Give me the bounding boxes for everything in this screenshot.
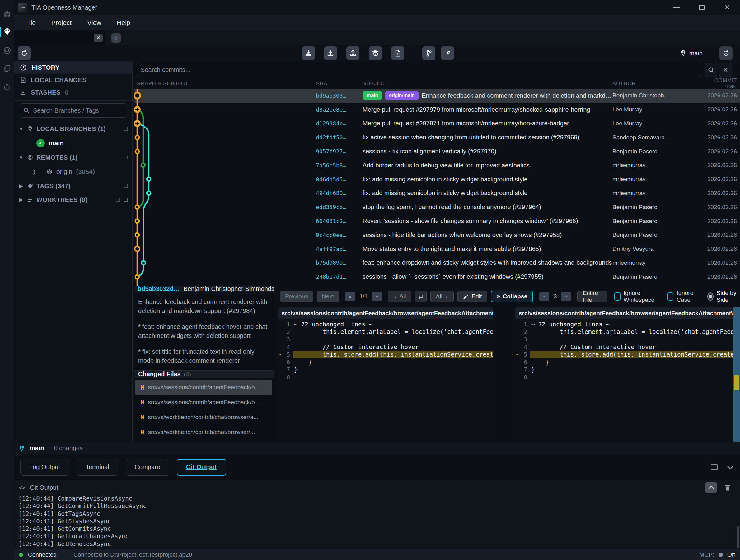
bottom-tab[interactable]: Log Output (20, 459, 69, 476)
rail-toolbox-button[interactable] (0, 80, 14, 94)
commit-sha: 4aff97ad… (316, 246, 363, 252)
nav-up-button[interactable]: ▲ (345, 291, 355, 301)
commit-search-clear-button[interactable]: ✕ (719, 63, 732, 77)
side-by-side-option[interactable]: Side by Side (707, 290, 740, 303)
context-plus-button[interactable]: + (561, 291, 571, 301)
maximize-button[interactable] (698, 3, 706, 11)
diff-scrollbar-thumb[interactable] (734, 375, 739, 390)
scroll-top-button[interactable] (705, 482, 717, 493)
previous-button[interactable]: Previous (280, 291, 313, 302)
chevron-down-icon[interactable] (727, 463, 733, 469)
bottom-tab[interactable]: Git Output (177, 459, 226, 476)
rail-home-button[interactable] (0, 7, 14, 20)
detail-sha[interactable]: bd9ab3032d… (137, 286, 180, 292)
tab-close-button[interactable]: ✕ (94, 33, 103, 42)
section-local-branches[interactable]: ▼ LOCAL BRANCHES (1) (14, 122, 132, 135)
rocket-button[interactable] (441, 46, 454, 60)
commit-row[interactable]: 494df680… fix: add missing semicolon in … (134, 186, 740, 200)
branch-item-main[interactable]: ✓ main (14, 135, 132, 151)
menu-project[interactable]: Project (51, 19, 72, 26)
commit-row[interactable]: 0d6dd5d5… fix: add missing semicolon in … (134, 172, 740, 186)
log-line: [12:40:41] GetStashesAsync (18, 518, 740, 525)
remote-item-origin[interactable]: ❯ origin (3054) (14, 164, 132, 179)
rail-copy-button[interactable] (0, 62, 14, 75)
sidebar-item-history[interactable]: HISTORY (14, 61, 132, 74)
ignore-whitespace-option[interactable]: Ignore Whitespace (614, 290, 659, 303)
ignore-case-checkbox[interactable] (667, 292, 674, 300)
commit-row[interactable]: 4aff97ad… Move status entry to the right… (134, 242, 740, 256)
close-button[interactable]: ✕ (723, 3, 731, 11)
changed-file-row[interactable]: M src/vs/sessions/contrib/agentFeedback/… (135, 380, 272, 395)
toolbar-branch-indicator[interactable]: main (680, 46, 703, 60)
section-remotes[interactable]: ▼ REMOTES (1) (14, 151, 132, 164)
commit-search-button[interactable] (705, 63, 717, 77)
stash-button[interactable] (369, 46, 382, 60)
changed-file-row[interactable]: M src/vs/workbench/contrib/chat/browser/… (135, 425, 272, 440)
current-branch-label[interactable]: main (29, 445, 44, 452)
column-author[interactable]: AUTHOR (613, 81, 704, 87)
commit-time: 2026.02.26 (704, 260, 740, 266)
project-tab[interactable]: ✕ (14, 30, 106, 45)
sidebar-item-local-changes[interactable]: LOCAL CHANGES (14, 74, 132, 86)
menu-help[interactable]: Help (117, 19, 130, 26)
minimize-button[interactable] (672, 3, 680, 11)
next-button[interactable]: Next (317, 291, 339, 302)
commit-row[interactable]: d8a2ee8e… Merge pull request #297979 fro… (134, 103, 740, 117)
pull-button[interactable] (324, 46, 337, 60)
branch-button[interactable] (422, 46, 435, 60)
swap-sides-button[interactable]: ⇄ (415, 291, 427, 302)
column-graph-subject[interactable]: GRAPH & SUBJECT (134, 81, 316, 87)
rail-target-button[interactable] (0, 43, 14, 57)
refresh-button[interactable] (18, 46, 31, 60)
section-worktrees[interactable]: ▶ WORKTREES (0) (14, 193, 132, 207)
new-tab-button[interactable]: + (111, 33, 121, 42)
commit-search[interactable] (136, 63, 700, 77)
ignore-case-option[interactable]: Ignore Case (667, 290, 699, 303)
commit-row[interactable]: 248b17d1… sessions - allow `--sessions` … (134, 270, 740, 284)
commit-row[interactable]: 9c4cc0ea… sessions - hide title bar acti… (134, 228, 740, 242)
bottom-tab[interactable]: Terminal (77, 459, 118, 476)
output-scrollbar-thumb[interactable] (737, 527, 739, 549)
edit-button[interactable]: Edit (457, 291, 487, 302)
commit-row[interactable]: b75d9899… feat: enhance dropdown and sti… (134, 256, 740, 270)
column-sha[interactable]: SHA (316, 81, 363, 87)
apply-all-left-button[interactable]: ←All (388, 291, 411, 302)
column-subject[interactable]: SUBJECT (363, 81, 613, 87)
menu-view[interactable]: View (87, 19, 101, 26)
mcp-toggle-icon[interactable] (719, 553, 723, 557)
nav-down-button[interactable]: ▼ (372, 291, 382, 301)
tags-label: TAGS (347) (36, 183, 70, 190)
changes-count: 0 changes (54, 445, 83, 452)
commit-search-input[interactable] (141, 66, 695, 73)
bottom-tab[interactable]: Compare (126, 459, 169, 476)
menu-file[interactable]: File (25, 19, 36, 26)
branch-search-input[interactable] (33, 107, 123, 114)
sync-button[interactable] (720, 46, 733, 60)
commit-row[interactable]: edd359cb… stop the log spam, I cannot re… (134, 200, 740, 214)
side-by-side-radio[interactable] (707, 292, 714, 300)
commit-row[interactable]: 9057f927… sessions - fix icon alignment … (134, 145, 740, 158)
collapse-button[interactable]: » Collapse (491, 291, 533, 302)
changed-file-row[interactable]: M src/vs/sessions/contrib/agentFeedback/… (135, 395, 272, 410)
commit-row[interactable]: 664081c2… Revert "sessions - show file c… (134, 214, 740, 228)
clear-output-button[interactable] (724, 484, 731, 491)
apply-all-right-button[interactable]: All→ (430, 291, 453, 302)
diff-scrollbar-track[interactable] (733, 307, 740, 442)
section-tags[interactable]: ▶ TAGS (347) (14, 179, 132, 193)
changed-file-row[interactable]: M src/vs/workbench/contrib/chat/browser/… (135, 410, 272, 425)
commit-row[interactable]: bd9ab303… main origin/main Enhance feedb… (134, 89, 740, 103)
rail-git-button[interactable] (0, 25, 14, 38)
ignore-whitespace-checkbox[interactable] (614, 292, 621, 300)
commit-row[interactable]: dd2fdf50… fix active session when changi… (134, 130, 740, 145)
entire-file-button[interactable]: Entire File (577, 291, 608, 302)
commit-row[interactable]: d129384b… Merge pull request #297971 fro… (134, 117, 740, 131)
branch-search[interactable] (19, 103, 127, 118)
context-minus-button[interactable]: - (539, 291, 549, 301)
expand-panel-icon[interactable] (711, 464, 718, 470)
sidebar-item-stashes[interactable]: STASHES0 (14, 86, 132, 99)
column-commit-time[interactable]: COMMIT TIME (704, 78, 740, 90)
push-button[interactable] (346, 46, 359, 60)
fetch-button[interactable] (302, 46, 315, 60)
commit-row[interactable]: 7a56e5b8… Add border radius to debug vie… (134, 158, 740, 172)
patch-button[interactable] (391, 46, 404, 60)
